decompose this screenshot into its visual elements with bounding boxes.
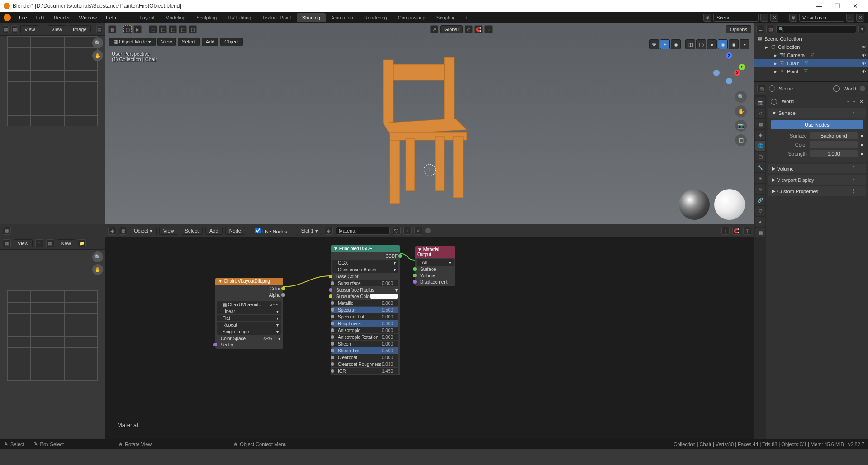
bsdf-row[interactable]: Roughness0.400 [332,320,398,327]
bsdf-row[interactable]: Subsurface0.000 [332,280,398,286]
unlink-icon[interactable]: ✕ [859,99,863,105]
view-menu[interactable]: View [159,227,178,235]
material-browse-icon[interactable]: ◉ [325,227,333,235]
shading-dropdown-icon[interactable]: ▾ [740,39,749,49]
options-button[interactable]: Options [726,25,751,33]
image-browse-icon[interactable]: ▤ [96,25,102,33]
bsdf-row[interactable]: IOR1.450 [332,368,398,374]
pan-icon[interactable]: ✋ [92,50,103,61]
close-button[interactable]: ✕ [846,2,864,9]
pivot-icon[interactable]: ⊙ [465,25,473,33]
uv-grid-preview2[interactable] [7,290,98,381]
tab-scripting[interactable]: Scripting [431,13,461,22]
material-preview-sphere[interactable] [714,189,745,220]
bsdf-row[interactable]: Specular0.500 [332,307,398,313]
snap-type-icon[interactable]: ◫ [159,25,167,33]
orientation-icon[interactable]: ↗ [430,25,438,33]
tab-scene[interactable]: ◉ [755,130,765,140]
zoom-icon[interactable]: 🔍 [92,38,103,48]
outliner-item[interactable]: ▸ 📷 Camera▽👁 [754,51,868,59]
add-menu[interactable]: Add [205,227,223,235]
view-menu[interactable]: View [157,38,176,46]
orientation-dropdown[interactable]: Global [440,25,463,33]
bsdf-row[interactable]: Metallic0.000 [332,300,398,306]
editor-type-icon[interactable]: ◉ [108,227,116,235]
snap-icon[interactable]: 🧲 [474,25,483,33]
tab-object[interactable]: ▢ [755,152,765,161]
wireframe-icon[interactable]: ◯ [696,39,706,49]
axis-z[interactable]: Z [726,52,732,59]
maximize-button[interactable]: ☐ [828,2,846,9]
node-menu[interactable]: Node [225,227,245,235]
proportional-type-icon[interactable]: ◫ [189,25,197,33]
editor-type-icon[interactable]: ▦ [3,25,9,33]
tab-shading[interactable]: Shading [297,13,326,22]
tab-compositing[interactable]: Compositing [393,13,431,22]
tab-render[interactable]: 📷 [755,97,765,107]
link-icon[interactable]: ● [860,151,863,157]
world-datablock[interactable]: World ▫ ▫ ✕ [768,97,866,106]
bsdf-row[interactable]: Anisotropic Rotation0.000 [332,334,398,340]
zoom-icon[interactable]: 🔍 [92,251,103,262]
view-menu[interactable]: View [20,25,39,33]
pan-icon[interactable]: ✋ [735,105,747,117]
view-dropdown[interactable]: View [47,25,66,33]
tab-viewlayer[interactable]: ▦ [755,119,765,129]
overlay-icon[interactable]: ◉ [671,39,681,49]
tab-output[interactable]: 🖨 [755,108,765,118]
copy-icon[interactable]: ▫ [847,99,849,105]
editor-type-icon[interactable]: ☰ [756,25,764,33]
bsdf-row[interactable]: Clearcoat0.000 [332,354,398,361]
xray-icon[interactable]: ◫ [685,39,695,49]
unlink-icon[interactable]: ✕ [414,227,422,235]
tab-layout[interactable]: Layout [134,13,160,22]
node-title[interactable]: ▼ Principled BSDF [331,245,400,252]
shader-type-icon[interactable]: ▦ [119,227,127,235]
hdri-preview-sphere[interactable] [679,189,710,220]
tab-data[interactable]: ▽ [755,206,765,216]
minimize-button[interactable]: — [810,2,828,9]
tab-sculpting[interactable]: Sculpting [191,13,222,22]
bsdf-row[interactable]: Clearcoat Roughness0.030 [332,361,398,367]
link-icon[interactable]: ● [860,142,863,147]
perspective-icon[interactable]: ◫ [735,134,747,146]
bsdf-row[interactable]: Base Color [331,273,400,280]
proportional-icon[interactable]: ○ [484,25,493,33]
tab-particles[interactable]: ✴ [755,173,765,183]
surface-value[interactable]: Background [810,132,858,139]
node-title[interactable]: ▼ ChairUVLayoutDiff.png [215,278,283,285]
object-dropdown[interactable]: Object ▾ [130,227,157,235]
slot-dropdown[interactable]: Slot 1 ▾ [297,227,322,235]
bsdf-row[interactable]: Sheen0.000 [332,341,398,347]
tab-texture[interactable]: ▦ [755,228,765,237]
app-logo-icon[interactable] [4,14,11,21]
scene-name-input[interactable] [713,14,759,22]
tab-constraints[interactable]: 🔗 [755,195,765,205]
outliner-item[interactable]: ▸ ○ Point▽👁 [754,67,868,76]
menu-render[interactable]: Render [49,15,75,20]
principled-bsdf-node[interactable]: ▼ Principled BSDF BSDF GGX▾ Christensen-… [331,245,400,375]
new-icon[interactable]: ▫ [853,99,855,105]
snap-icon[interactable]: 🧲 [732,227,740,235]
pin-icon[interactable] [860,86,865,91]
scene-browse-icon[interactable]: ◉ [703,14,711,22]
view-menu[interactable]: View [14,239,33,247]
tab-modeling[interactable]: Modeling [160,13,191,22]
snap-target-icon[interactable]: ◫ [169,25,177,33]
axis-neg-z[interactable] [726,78,732,84]
menu-file[interactable]: File [14,15,32,20]
strength-value[interactable]: 1.000 [810,150,858,157]
add-workspace-button[interactable]: + [461,13,471,22]
image-texture-node[interactable]: ▼ ChairUVLayoutDiff.png Color Alpha ▦ Ch… [215,278,283,349]
layer-browse-icon[interactable]: ◉ [789,14,797,22]
chair-model[interactable] [365,51,483,214]
filter-icon[interactable]: ▼ [858,25,866,33]
layer-copy-icon[interactable]: ▫ [846,14,854,22]
proportional-icon[interactable]: ◫ [179,25,187,33]
camera-icon[interactable]: 📷 [735,120,747,132]
select-menu[interactable]: Select [181,227,203,235]
color-swatch[interactable] [810,141,858,148]
menu-edit[interactable]: Edit [32,15,49,20]
uv-grid-preview[interactable] [7,36,98,126]
mode-dropdown[interactable]: ▦ Object Mode ▾ [109,38,156,46]
